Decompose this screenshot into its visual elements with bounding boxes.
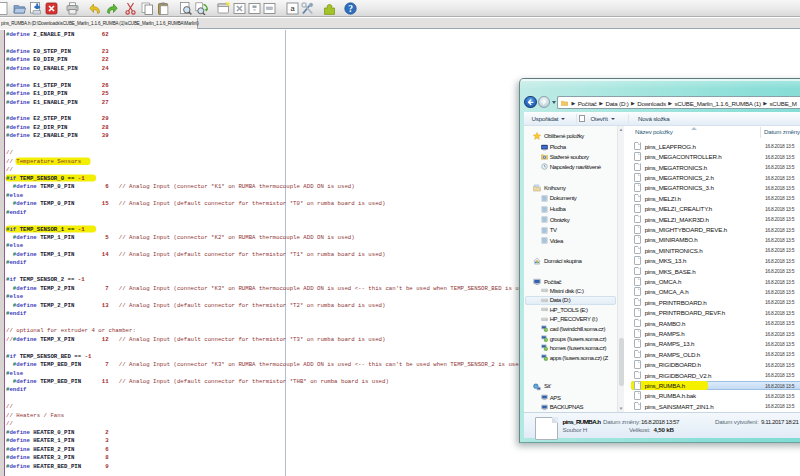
svg-text:?: ? <box>348 4 353 14</box>
